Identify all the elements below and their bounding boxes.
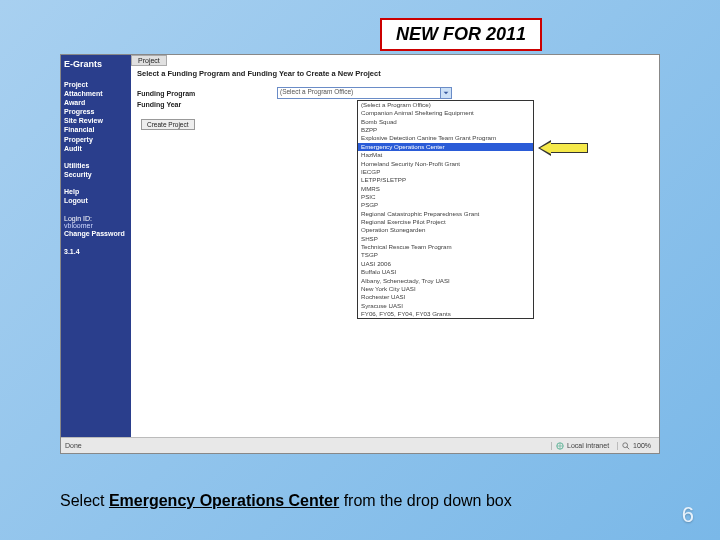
sidebar-item-financial[interactable]: Financial <box>64 125 128 134</box>
status-intranet: Local intranet <box>551 442 613 450</box>
sidebar-item-change-password[interactable]: Change Password <box>64 229 128 238</box>
dropdown-option[interactable]: LETPP/SLETPP <box>358 176 533 184</box>
status-intranet-label: Local intranet <box>567 442 609 449</box>
page-title: Select a Funding Program and Funding Yea… <box>137 69 381 78</box>
app-window: E-Grants Project Attachment Award Progre… <box>60 54 660 454</box>
sidebar-header: E-Grants <box>64 59 128 69</box>
sidebar-item-project[interactable]: Project <box>64 80 128 89</box>
sidebar-group-1: Project Attachment Award Progress Site R… <box>64 80 128 153</box>
sidebar-group-3: Help Logout <box>64 187 128 205</box>
app-body: E-Grants Project Attachment Award Progre… <box>61 55 659 437</box>
login-id-value: vbloomer <box>64 222 128 229</box>
sidebar-item-security[interactable]: Security <box>64 170 128 179</box>
dropdown-option[interactable]: Explosive Detection Canine Team Grant Pr… <box>358 134 533 142</box>
dropdown-option[interactable]: HazMat <box>358 151 533 159</box>
dropdown-option[interactable]: MMRS <box>358 185 533 193</box>
arrow-callout <box>538 140 588 156</box>
dropdown-option[interactable]: Regional Catastrophic Preparedness Grant <box>358 210 533 218</box>
zoom-icon <box>622 442 630 450</box>
sidebar-item-site-review[interactable]: Site Review <box>64 116 128 125</box>
instruction-caption: Select Emergency Operations Center from … <box>60 492 512 510</box>
sidebar: E-Grants Project Attachment Award Progre… <box>61 55 131 437</box>
dropdown-option[interactable]: Technical Rescue Team Program <box>358 243 533 251</box>
sidebar-item-progress[interactable]: Progress <box>64 107 128 116</box>
dropdown-option[interactable]: TSGP <box>358 251 533 259</box>
new-for-2011-badge: NEW FOR 2011 <box>380 18 542 51</box>
sidebar-item-logout[interactable]: Logout <box>64 196 128 205</box>
dropdown-option[interactable]: Companion Animal Sheltering Equipment <box>358 109 533 117</box>
dropdown-option[interactable]: Bomb Squad <box>358 118 533 126</box>
dropdown-option[interactable]: UASI 2006 <box>358 260 533 268</box>
dropdown-option[interactable]: Regional Exercise Pilot Project <box>358 218 533 226</box>
dropdown-option[interactable]: Buffalo UASI <box>358 268 533 276</box>
page-number: 6 <box>682 502 694 528</box>
sidebar-item-property[interactable]: Property <box>64 135 128 144</box>
dropdown-option[interactable]: New York City UASI <box>358 285 533 293</box>
caption-underline: Emergency Operations Center <box>109 492 339 509</box>
funding-program-dropdown[interactable]: (Select a Program Office)Companion Anima… <box>357 100 534 319</box>
chevron-down-icon[interactable] <box>440 88 451 98</box>
sidebar-item-help[interactable]: Help <box>64 187 128 196</box>
sidebar-version: 3.1.4 <box>64 248 128 255</box>
login-id-label: Login ID: <box>64 215 128 222</box>
row-funding-program: Funding Program (Select a Program Office… <box>137 87 452 99</box>
tab-project[interactable]: Project <box>131 55 167 66</box>
globe-icon <box>556 442 564 450</box>
dropdown-option[interactable]: Operation Stonegarden <box>358 226 533 234</box>
funding-program-select[interactable]: (Select a Program Office) <box>277 87 452 99</box>
create-project-button[interactable]: Create Project <box>141 119 195 130</box>
status-zoom[interactable]: 100% <box>617 442 655 450</box>
dropdown-option[interactable]: FY06, FY05, FY04, FY03 Grants <box>358 310 533 318</box>
sidebar-item-attachment[interactable]: Attachment <box>64 89 128 98</box>
sidebar-group-2: Utilities Security <box>64 161 128 179</box>
caption-pre: Select <box>60 492 109 509</box>
dropdown-option[interactable]: Emergency Operations Center <box>358 143 533 151</box>
status-bar: Done Local intranet 100% <box>61 437 659 453</box>
sidebar-item-audit[interactable]: Audit <box>64 144 128 153</box>
dropdown-option[interactable]: PSGP <box>358 201 533 209</box>
sidebar-login: Login ID: vbloomer Change Password <box>64 215 128 238</box>
row-funding-year: Funding Year <box>137 101 277 108</box>
dropdown-option[interactable]: IECGP <box>358 168 533 176</box>
funding-program-select-value: (Select a Program Office) <box>280 88 353 95</box>
dropdown-option[interactable]: PSIC <box>358 193 533 201</box>
main-panel: Project Select a Funding Program and Fun… <box>131 55 659 437</box>
dropdown-option[interactable]: Albany, Schenectady, Troy UASI <box>358 277 533 285</box>
svg-line-2 <box>627 446 629 448</box>
label-funding-program: Funding Program <box>137 90 277 97</box>
status-left: Done <box>65 442 82 449</box>
dropdown-option[interactable]: Rochester UASI <box>358 293 533 301</box>
label-funding-year: Funding Year <box>137 101 277 108</box>
dropdown-option[interactable]: Homeland Security Non-Profit Grant <box>358 160 533 168</box>
sidebar-item-award[interactable]: Award <box>64 98 128 107</box>
dropdown-option[interactable]: Syracuse UASI <box>358 302 533 310</box>
dropdown-option[interactable]: (Select a Program Office) <box>358 101 533 109</box>
caption-post: from the drop down box <box>339 492 512 509</box>
dropdown-option[interactable]: SHSP <box>358 235 533 243</box>
status-zoom-value: 100% <box>633 442 651 449</box>
sidebar-item-utilities[interactable]: Utilities <box>64 161 128 170</box>
dropdown-option[interactable]: BZPP <box>358 126 533 134</box>
